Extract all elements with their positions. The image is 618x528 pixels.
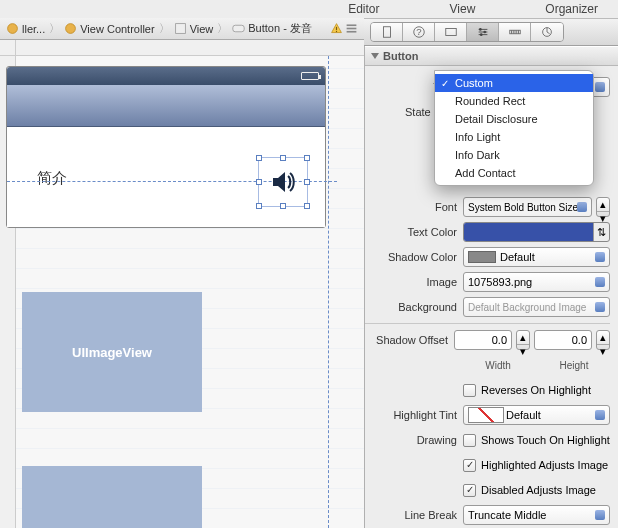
highlighted-adjusts-checkbox[interactable]	[463, 459, 476, 472]
menu-organizer[interactable]: Organizer	[545, 2, 598, 16]
bc-item-controller[interactable]: ller...	[6, 22, 45, 35]
svg-point-15	[479, 33, 482, 36]
shows-touch-label: Shows Touch On Highlight	[481, 434, 610, 446]
disclosure-triangle-icon	[371, 53, 379, 59]
phone-body: 简介	[7, 127, 325, 227]
disabled-adjusts-checkbox[interactable]	[463, 484, 476, 497]
svg-rect-4	[336, 27, 337, 30]
background-combo[interactable]: Default Background Image	[463, 297, 610, 317]
svg-rect-2	[175, 24, 185, 34]
shadow-offset-height[interactable]: 0.0	[534, 330, 592, 350]
menu-view[interactable]: View	[450, 2, 476, 16]
svg-rect-6	[347, 24, 357, 26]
label-drawing: Drawing	[365, 434, 463, 446]
font-stepper[interactable]: ▴▾	[596, 197, 610, 217]
svg-point-1	[66, 24, 76, 34]
selection-handles[interactable]	[258, 157, 308, 207]
tab-quick-help[interactable]: ?	[403, 23, 435, 41]
svg-rect-12	[445, 29, 456, 36]
highlighted-adjusts-label: Highlighted Adjusts Image	[481, 459, 608, 471]
shadow-offset-width[interactable]: 0.0	[454, 330, 512, 350]
shows-touch-checkbox[interactable]	[463, 434, 476, 447]
section-header-button[interactable]: Button	[365, 46, 618, 66]
guide-vertical	[328, 56, 329, 528]
label-text-color: Text Color	[365, 226, 463, 238]
circle-icon	[64, 22, 77, 35]
circle-icon	[6, 22, 19, 35]
id-icon	[444, 25, 458, 39]
label-shadow-color: Shadow Color	[365, 251, 463, 263]
status-bar	[7, 67, 325, 85]
ruler-icon	[508, 25, 522, 39]
ruler-corner	[0, 40, 16, 56]
app-menu-bar: Editor View Organizer	[0, 0, 618, 18]
svg-rect-7	[347, 28, 357, 30]
dropdown-option[interactable]: Info Dark	[435, 146, 593, 164]
imageview-placeholder[interactable]	[22, 466, 202, 528]
design-canvas[interactable]: 简介 UIImageView	[16, 56, 364, 528]
highlight-tint-combo[interactable]: Default	[463, 405, 610, 425]
phone-frame: 简介	[6, 66, 326, 228]
tab-file-inspector[interactable]	[371, 23, 403, 41]
svg-point-0	[8, 24, 18, 34]
offset-h-stepper[interactable]: ▴▾	[596, 330, 610, 350]
bc-item-view[interactable]: View	[174, 22, 214, 35]
tab-identity[interactable]	[435, 23, 467, 41]
label-shadow-offset: Shadow Offset	[365, 334, 454, 346]
svg-rect-9	[383, 27, 390, 38]
reverses-checkbox[interactable]	[463, 384, 476, 397]
svg-point-13	[479, 28, 482, 31]
dropdown-option[interactable]: Info Light	[435, 128, 593, 146]
warning-icon[interactable]	[330, 22, 343, 35]
bc-item-button[interactable]: Button - 发音	[232, 21, 312, 36]
chevron-right-icon: 〉	[49, 21, 60, 36]
canvas-pane: 简介 UIImageView	[0, 40, 364, 528]
disabled-adjusts-label: Disabled Adjusts Image	[481, 484, 596, 496]
chevron-right-icon: 〉	[217, 21, 228, 36]
ruler-horizontal	[16, 40, 364, 56]
inspector-tab-bar: ?	[364, 18, 618, 46]
inspector-tab-group: ?	[370, 22, 564, 42]
label-jianjie[interactable]: 简介	[37, 169, 67, 188]
line-break-combo[interactable]: Truncate Middle	[463, 505, 610, 525]
font-combo[interactable]: System Bold Button Size	[463, 197, 592, 217]
nav-bar	[7, 85, 325, 127]
svg-text:?: ?	[416, 26, 421, 37]
battery-icon	[301, 72, 319, 80]
svg-rect-8	[347, 31, 357, 33]
dropdown-option[interactable]: Detail Disclosure	[435, 110, 593, 128]
section-title: Button	[383, 50, 418, 62]
sublabel-width: Width	[462, 360, 534, 371]
label-font: Font	[365, 201, 463, 213]
type-dropdown-menu[interactable]: CustomRounded RectDetail DisclosureInfo …	[434, 70, 594, 186]
label-background: Background	[365, 301, 463, 313]
tab-connections[interactable]	[531, 23, 563, 41]
tab-attributes[interactable]	[467, 23, 499, 41]
no-color-icon	[468, 407, 504, 423]
bc-item-viewcontroller[interactable]: View Controller	[64, 22, 154, 35]
jump-bar: ller... 〉 View Controller 〉 View 〉 Butto…	[0, 18, 364, 40]
label-highlight-tint: Highlight Tint	[365, 409, 463, 421]
svg-rect-3	[233, 25, 244, 32]
svg-rect-5	[336, 31, 337, 32]
dropdown-option[interactable]: Add Contact	[435, 164, 593, 182]
button-icon	[232, 22, 245, 35]
text-color-well[interactable]: ⇅	[463, 222, 610, 242]
sublabel-height: Height	[538, 360, 610, 371]
image-combo[interactable]: 1075893.png	[463, 272, 610, 292]
svg-point-14	[483, 31, 486, 34]
tab-size[interactable]	[499, 23, 531, 41]
dropdown-option[interactable]: Rounded Rect	[435, 92, 593, 110]
outline-menu-icon[interactable]	[345, 22, 358, 35]
document-icon	[380, 25, 394, 39]
label-image: Image	[365, 276, 463, 288]
menu-editor[interactable]: Editor	[348, 2, 379, 16]
imageview-placeholder[interactable]: UIImageView	[22, 292, 202, 412]
shadow-color-combo[interactable]: Default	[463, 247, 610, 267]
offset-w-stepper[interactable]: ▴▾	[516, 330, 530, 350]
label-line-break: Line Break	[365, 509, 463, 521]
chevron-right-icon: 〉	[159, 21, 170, 36]
reverses-label: Reverses On Highlight	[481, 384, 591, 396]
dropdown-option[interactable]: Custom	[435, 74, 593, 92]
help-icon: ?	[412, 25, 426, 39]
